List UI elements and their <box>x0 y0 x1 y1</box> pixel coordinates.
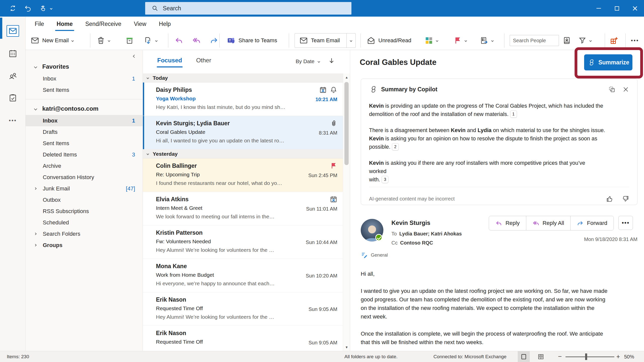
thumbs-up-icon[interactable] <box>606 195 613 203</box>
message-list-item[interactable]: Erik NasonRequested Time OffSun 9:05 AMH… <box>143 292 343 326</box>
sidebar-item-scheduled[interactable]: Scheduled <box>26 217 143 228</box>
sidebar-item-deleted-items[interactable]: Deleted Items3 <box>26 149 143 160</box>
folder-section-header[interactable]: Favorites <box>26 60 143 73</box>
message-list-item[interactable]: Kevin Sturgis; Lydia BauerCoral Gables U… <box>143 116 343 149</box>
sidebar-item-inbox[interactable]: Inbox1 <box>26 73 143 84</box>
search-people-input[interactable] <box>510 35 559 46</box>
sidebar-item-drafts[interactable]: Drafts <box>26 126 143 138</box>
rail-item-people[interactable] <box>0 67 26 85</box>
team-email-dropdown-icon[interactable] <box>346 33 355 48</box>
more-commands-button[interactable]: ••• <box>631 31 639 50</box>
tab-help[interactable]: Help <box>158 19 171 29</box>
send-receive-icon[interactable] <box>9 4 17 13</box>
tab-send-receive[interactable]: Send/Receive <box>85 19 122 29</box>
tab-home[interactable]: Home <box>56 19 73 29</box>
tab-view[interactable]: View <box>133 19 147 29</box>
share-to-teams-button[interactable]: T Share to Teams <box>227 31 277 50</box>
close-summary-icon[interactable] <box>622 86 629 93</box>
sidebar-item-rss-subscriptions[interactable]: RSS Subscriptions <box>26 206 143 217</box>
tab-focused[interactable]: Focused <box>157 57 182 67</box>
sidebar-item-outbox[interactable]: Outbox <box>26 194 143 206</box>
message-list-item[interactable]: Daisy PhilipsYoga Workshop10:21 AMHey Ka… <box>143 83 343 116</box>
reading-view-button[interactable] <box>518 351 530 362</box>
zoom-slider-thumb[interactable] <box>585 353 587 360</box>
reply-all-button[interactable] <box>192 31 201 50</box>
zoom-slider[interactable] <box>566 356 614 357</box>
sidebar-item-junk-email[interactable]: Junk Email[47] <box>26 183 143 194</box>
message-list-item[interactable]: Kristin PattersonFw: Volunteers NeededSu… <box>143 225 343 259</box>
sort-by-button[interactable]: By Date <box>296 58 320 64</box>
sidebar-item-sent-items[interactable]: Sent Items <box>26 138 143 149</box>
follow-up-dropdown-icon[interactable] <box>465 39 467 42</box>
follow-up-button[interactable] <box>453 31 467 50</box>
team-email-button[interactable]: Team Email <box>295 33 356 48</box>
sidebar-item-groups[interactable]: Groups <box>26 239 143 251</box>
maximize-button[interactable] <box>608 0 626 17</box>
sidebar-item-inbox[interactable]: Inbox1 <box>26 115 143 126</box>
new-email-dropdown-icon[interactable] <box>71 39 74 42</box>
touch-mode-icon[interactable] <box>39 4 47 13</box>
more-actions-button[interactable]: ••• <box>618 216 633 230</box>
rules-button[interactable] <box>480 31 493 50</box>
undo-icon[interactable] <box>24 4 32 13</box>
reading-layout-button[interactable] <box>535 351 547 362</box>
folder-section-header[interactable]: katri@contoso.com <box>26 102 143 115</box>
get-addins-button[interactable] <box>610 31 618 50</box>
categorize-button[interactable] <box>425 31 438 50</box>
tab-other[interactable]: Other <box>196 57 211 67</box>
summary-paragraph: Kevin is providing an update on the prog… <box>369 102 631 118</box>
reply-button[interactable] <box>175 31 183 50</box>
zoom-in-icon[interactable]: + <box>616 353 620 360</box>
group-header-today[interactable]: Today <box>143 73 343 83</box>
message-list-item[interactable]: Mona KaneWork from Home BudgetSun 10:20 … <box>143 259 343 292</box>
rail-item-mail[interactable] <box>0 22 26 40</box>
citation-chip[interactable]: 1 <box>510 110 517 118</box>
copy-summary-icon[interactable] <box>609 86 615 93</box>
minimize-button[interactable] <box>590 0 608 17</box>
delete-dropdown-icon[interactable] <box>108 39 110 42</box>
sidebar-item-conversation-history[interactable]: Conversation History <box>26 172 143 183</box>
rail-item-tasks[interactable] <box>0 89 26 107</box>
message-list-item[interactable]: Elvia AtkinsIntern Meet & GreetSun 11:01… <box>143 192 343 225</box>
rules-dropdown-icon[interactable] <box>491 39 494 42</box>
filter-email-button[interactable] <box>578 31 591 50</box>
scrollbar-thumb[interactable] <box>344 82 349 165</box>
group-header-yesterday[interactable]: Yesterday <box>143 149 343 158</box>
message-list-item[interactable]: Colin BallingerRe: Upcoming TripSun 2:45… <box>143 158 343 192</box>
sidebar-item-search-folders[interactable]: Search Folders <box>26 228 143 239</box>
message-time: 10:21 AM <box>315 97 337 102</box>
archive-button[interactable] <box>125 31 134 50</box>
summarize-button[interactable]: Summarize <box>584 54 632 70</box>
move-to-dropdown-icon[interactable] <box>155 39 158 42</box>
new-email-button[interactable]: New Email <box>31 31 73 50</box>
scroll-down-icon[interactable]: ▼ <box>343 343 350 351</box>
move-to-button[interactable] <box>144 31 157 50</box>
rail-item-calendar[interactable] <box>0 45 26 62</box>
filter-dropdown-icon[interactable] <box>589 39 592 42</box>
unread-read-button[interactable]: Unread/Read <box>367 31 411 50</box>
thumbs-down-icon[interactable] <box>622 195 629 203</box>
message-list-item[interactable]: Erik NasonRequested Time OffSun 9:05 AM <box>143 326 343 351</box>
search-input[interactable]: Search <box>145 2 351 15</box>
message-list-scrollbar[interactable]: ▲ ▼ <box>343 73 350 351</box>
sensitivity-label[interactable]: General <box>361 252 388 259</box>
rail-item-more[interactable]: ••• <box>0 112 26 129</box>
tab-file[interactable]: File <box>34 19 45 29</box>
zoom-out-icon[interactable]: − <box>558 353 562 360</box>
sidebar-item-archive[interactable]: Archive <box>26 160 143 172</box>
reply-button[interactable]: Reply <box>489 216 526 230</box>
citation-chip[interactable]: 3 <box>382 176 388 183</box>
sort-direction-button[interactable] <box>328 57 335 64</box>
scroll-up-icon[interactable]: ▲ <box>343 73 350 81</box>
sidebar-item-sent-items[interactable]: Sent Items <box>26 84 143 96</box>
forward-button[interactable]: Forward <box>570 216 614 230</box>
delete-button[interactable] <box>97 31 110 50</box>
collapse-folder-pane-icon[interactable] <box>132 52 137 60</box>
forward-button[interactable] <box>210 31 218 50</box>
close-button[interactable]: × <box>626 0 644 17</box>
address-book-button[interactable] <box>562 31 571 50</box>
categorize-dropdown-icon[interactable] <box>436 39 438 42</box>
touch-mode-dropdown-icon[interactable] <box>50 7 53 10</box>
reply-all-button[interactable]: Reply All <box>526 216 571 230</box>
citation-chip[interactable]: 2 <box>392 143 399 150</box>
